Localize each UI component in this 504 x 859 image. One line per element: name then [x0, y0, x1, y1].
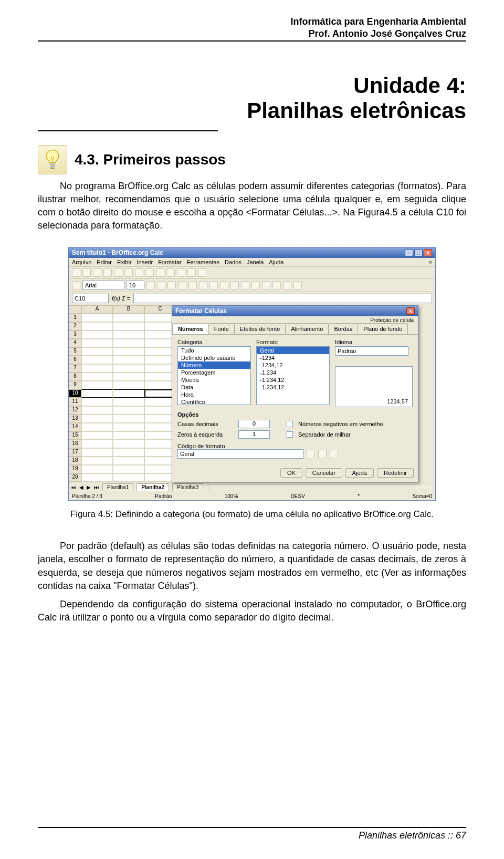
row-header-8[interactable]: 8 — [69, 372, 81, 381]
cell[interactable] — [81, 347, 113, 356]
cell[interactable] — [113, 398, 144, 406]
cell[interactable] — [113, 314, 144, 322]
dialog-close-icon[interactable]: × — [406, 307, 415, 315]
code-edit-icon[interactable] — [318, 450, 327, 458]
cell[interactable] — [113, 448, 144, 457]
decimal-inc-icon[interactable] — [230, 281, 239, 289]
fontcolor-icon[interactable] — [293, 281, 302, 289]
row-header-3[interactable]: 3 — [69, 330, 81, 339]
fmt-4[interactable]: -1.234,12 — [257, 376, 329, 384]
save-icon[interactable] — [93, 268, 101, 277]
print-icon[interactable] — [103, 268, 112, 277]
styles-icon[interactable] — [72, 281, 80, 289]
align-center-icon[interactable] — [188, 281, 197, 289]
cell[interactable] — [113, 440, 144, 448]
tab-alinhamento[interactable]: Alinhamento — [285, 323, 329, 334]
cat-porcentagem[interactable]: Porcentagem — [178, 369, 250, 376]
menu-exibir[interactable]: Exibir — [117, 259, 132, 265]
cell[interactable] — [144, 431, 176, 440]
cat-data[interactable]: Data — [178, 384, 250, 391]
cut-icon[interactable] — [114, 268, 122, 277]
row-header-7[interactable]: 7 — [69, 364, 81, 372]
cell[interactable] — [81, 448, 113, 457]
cell[interactable] — [113, 431, 144, 440]
cell[interactable] — [81, 330, 113, 339]
maximize-icon[interactable]: □ — [414, 249, 423, 256]
italic-icon[interactable] — [157, 281, 165, 289]
cell[interactable] — [113, 372, 144, 381]
cell[interactable] — [81, 398, 113, 406]
categoria-listbox[interactable]: Tudo Definido pelo usuário Número Porcen… — [177, 346, 251, 405]
menu-formatar[interactable]: Formatar — [158, 259, 182, 265]
new-icon[interactable] — [72, 268, 80, 277]
cat-numero[interactable]: Número — [178, 361, 250, 369]
menu-dados[interactable]: Dados — [225, 259, 242, 265]
zoom-icon[interactable] — [187, 268, 196, 277]
menu-inserir[interactable]: Inserir — [137, 259, 153, 265]
row-header-12[interactable]: 12 — [69, 406, 81, 415]
idioma-select[interactable]: Padrão — [335, 346, 408, 356]
help-button[interactable]: Ajuda — [345, 468, 374, 478]
currency-icon[interactable] — [209, 281, 218, 289]
cell[interactable] — [144, 364, 176, 372]
cat-tudo[interactable]: Tudo — [178, 347, 250, 354]
cell[interactable] — [113, 356, 144, 364]
row-header-17[interactable]: 17 — [69, 448, 81, 457]
tab-plano[interactable]: Plano de fundo — [358, 323, 408, 334]
close-icon[interactable]: × — [424, 249, 432, 256]
cell[interactable] — [81, 372, 113, 381]
tab-protecao[interactable]: Proteção de célula — [172, 316, 418, 323]
cells-grid[interactable] — [81, 314, 176, 482]
casas-spin[interactable]: 0 — [238, 420, 270, 428]
fmt-geral[interactable]: Geral — [257, 347, 329, 354]
cell[interactable] — [113, 423, 144, 431]
cell[interactable] — [113, 389, 144, 398]
fmt-5[interactable]: -1.234,12 — [257, 384, 329, 391]
cell[interactable] — [113, 473, 144, 482]
minimize-icon[interactable]: – — [405, 249, 413, 256]
sort-icon[interactable] — [166, 268, 175, 277]
row-header-13[interactable]: 13 — [69, 415, 81, 423]
cell[interactable] — [113, 330, 144, 339]
cell[interactable] — [81, 322, 113, 330]
cell-reference-box[interactable]: C10 — [72, 294, 109, 303]
formato-listbox[interactable]: Geral -1234 -1234,12 -1.234 -1.234,12 -1… — [256, 346, 330, 405]
cat-cientifico[interactable]: Científico — [178, 398, 250, 406]
align-left-icon[interactable] — [178, 281, 186, 289]
neg-checkbox[interactable] — [287, 421, 293, 427]
cell[interactable] — [144, 406, 176, 415]
tab-fonte[interactable]: Fonte — [208, 323, 235, 334]
cell[interactable] — [81, 440, 113, 448]
cell[interactable] — [144, 347, 176, 356]
cell[interactable] — [113, 339, 144, 347]
tab-numeros[interactable]: Números — [172, 323, 209, 334]
row-header-2[interactable]: 2 — [69, 322, 81, 330]
borders-icon[interactable] — [272, 281, 281, 289]
row-header-1[interactable]: 1 — [69, 314, 81, 322]
reset-button[interactable]: Redefinir — [377, 468, 414, 478]
cell[interactable] — [144, 398, 176, 406]
formula-input[interactable] — [133, 294, 432, 303]
menu-arquivo[interactable]: Arquivo — [72, 259, 91, 265]
cat-moeda[interactable]: Moeda — [178, 376, 250, 384]
cell[interactable] — [144, 448, 176, 457]
cell[interactable] — [81, 339, 113, 347]
fmt-1[interactable]: -1234 — [257, 354, 329, 361]
underline-icon[interactable] — [167, 281, 176, 289]
code-accept-icon[interactable] — [307, 450, 315, 458]
row-header-19[interactable]: 19 — [69, 465, 81, 473]
cancel-button[interactable]: Cancelar — [306, 468, 342, 478]
row-header-5[interactable]: 5 — [69, 347, 81, 356]
cell[interactable] — [113, 364, 144, 372]
cell[interactable] — [113, 381, 144, 389]
cell[interactable] — [81, 389, 113, 398]
row-header-15[interactable]: 15 — [69, 431, 81, 440]
cell[interactable] — [144, 415, 176, 423]
cell[interactable] — [113, 322, 144, 330]
sheet-tab-1[interactable]: Planilha1 — [102, 483, 133, 491]
col-header-c[interactable]: C — [144, 305, 176, 314]
menubar-close-icon[interactable]: × — [429, 259, 432, 265]
cell[interactable] — [144, 465, 176, 473]
sheet-tab-2[interactable]: Planilha2 — [136, 483, 169, 491]
row-header-4[interactable]: 4 — [69, 339, 81, 347]
